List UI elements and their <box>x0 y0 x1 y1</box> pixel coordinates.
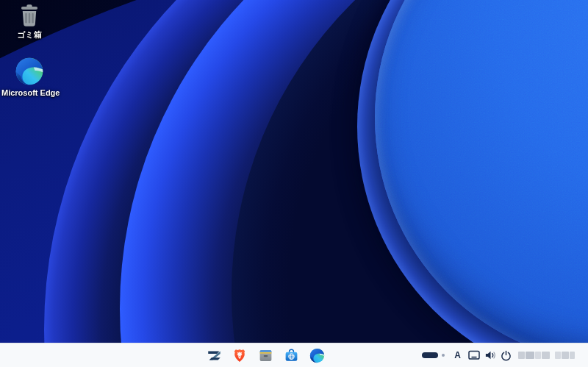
clock-redacted[interactable] <box>518 352 576 359</box>
volume-icon[interactable] <box>484 350 497 360</box>
workspace-indicator-dot[interactable] <box>442 354 445 357</box>
edge-icon <box>1 57 57 86</box>
software-store-button[interactable] <box>281 345 301 366</box>
desktop-icon-edge-label: Microsoft Edge <box>1 88 57 97</box>
desktop-icon-trash-label: ゴミ箱 <box>1 29 57 40</box>
zorin-logo-icon <box>207 348 222 363</box>
edge-button[interactable] <box>306 345 327 366</box>
files-button[interactable] <box>255 345 276 366</box>
trash-icon <box>1 4 57 27</box>
ime-indicator[interactable]: A <box>454 351 461 360</box>
brave-icon <box>232 348 247 363</box>
system-tray: A <box>422 343 588 367</box>
software-store-icon <box>284 348 299 363</box>
desktop-icon-edge[interactable]: Microsoft Edge <box>1 57 57 97</box>
taskbar-app-group <box>204 343 327 367</box>
workspace-indicator-active[interactable] <box>422 352 438 358</box>
taskbar: A <box>0 343 588 367</box>
zorin-menu-button[interactable] <box>204 345 224 366</box>
display-icon[interactable] <box>468 350 480 360</box>
desktop-icon-trash[interactable]: ゴミ箱 <box>1 4 57 40</box>
desktop: ゴミ箱 <box>0 0 588 367</box>
edge-icon <box>309 348 325 363</box>
file-cabinet-icon <box>258 348 273 363</box>
brave-button[interactable] <box>229 345 250 366</box>
wallpaper <box>0 0 588 367</box>
clock-redacted-date <box>518 352 551 359</box>
power-icon[interactable] <box>501 350 512 361</box>
clock-redacted-time <box>555 352 576 359</box>
